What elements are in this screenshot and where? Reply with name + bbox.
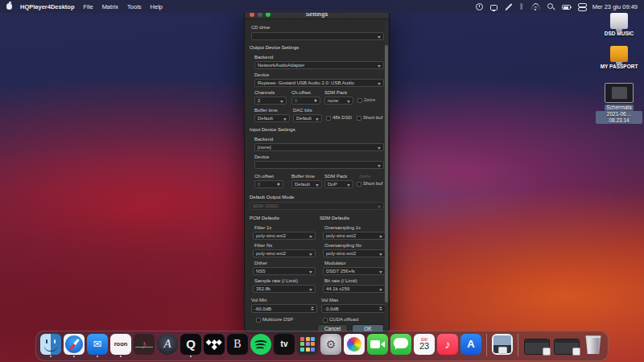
output-sdm-pack-select[interactable]: none <box>324 97 353 105</box>
app-store-icon: A <box>460 334 481 355</box>
channels-select[interactable]: 2 <box>254 97 287 105</box>
input-ch-offset-label: Ch.offset <box>254 174 274 179</box>
external-drive-icon <box>610 13 628 29</box>
display-icon[interactable] <box>490 5 497 10</box>
running-indicator <box>97 356 99 358</box>
output-backend-select[interactable]: NetworkAudioAdapter <box>254 61 384 69</box>
gear-icon: ⚙ <box>320 334 341 355</box>
settings-window: Settings CD drive Output Device Settings… <box>244 8 390 334</box>
dock: ✉ roon ♪ A Q B tv ⚙ giu23 ♪ A <box>35 331 609 362</box>
input-2wire-label: 2wire <box>359 174 370 179</box>
dac-bits-select[interactable]: Default <box>293 114 322 122</box>
output-ch-offset-stepper[interactable]: 0 <box>291 97 320 105</box>
apple-menu-icon[interactable] <box>6 3 12 10</box>
music-note-icon: ♪ <box>134 334 155 355</box>
output-short-buf-label: Short buf <box>363 115 382 120</box>
mail-icon: ✉ <box>87 334 108 355</box>
cd-drive-select[interactable] <box>251 32 384 40</box>
input-device-select[interactable] <box>254 161 384 169</box>
trash-icon <box>583 334 604 355</box>
pencil-icon[interactable] <box>505 3 512 10</box>
input-sdm-pack-select[interactable]: DoP <box>324 180 353 188</box>
dock-launchpad[interactable] <box>297 334 318 358</box>
48k-dsd-checkbox[interactable] <box>326 116 331 121</box>
dock-minimized-window-1[interactable] <box>523 339 551 358</box>
downloads-stack-icon <box>492 334 513 355</box>
dock-safari[interactable] <box>64 334 85 358</box>
output-section-header: Output Device Settings <box>250 45 299 50</box>
input-short-buf-checkbox[interactable] <box>357 182 361 187</box>
vol-max-stepper[interactable]: -3.0dB <box>321 304 386 313</box>
control-center-icon[interactable] <box>578 3 585 10</box>
photos-icon <box>344 334 365 355</box>
dither-select[interactable]: NS5 <box>253 267 316 275</box>
input-sdm-pack-label: SDM Pack <box>324 174 347 179</box>
desktop-icon-screenshot[interactable]: Schermata 2021-06…08.23.14 <box>596 83 642 124</box>
dock-calendar[interactable]: giu23 <box>414 334 435 358</box>
dock-music-app-b[interactable]: B <box>227 334 248 358</box>
menu-tools[interactable]: Tools <box>127 3 142 10</box>
dock-signalyst[interactable]: ♪ <box>134 334 155 358</box>
dock-spotify[interactable] <box>250 334 271 358</box>
dock-minimized-window-2[interactable] <box>553 339 580 358</box>
finder-icon <box>40 334 61 355</box>
dock-mail[interactable]: ✉ <box>87 334 108 358</box>
output-2wire-label: 2wire <box>364 97 375 102</box>
vol-min-label: Vol Min <box>251 298 267 302</box>
48k-dsd-label: 48k DSD <box>332 115 352 120</box>
spotlight-icon[interactable] <box>547 3 555 10</box>
calendar-icon: giu23 <box>414 334 435 355</box>
dock-app-store[interactable]: A <box>460 334 481 358</box>
modulator-select[interactable]: DSD7 256+fs <box>323 267 386 275</box>
menu-app-name[interactable]: HQPlayer4Desktop <box>20 3 75 10</box>
sample-rate-select[interactable]: 352.8k <box>253 285 316 293</box>
oversampling-1x-select[interactable]: poly-sinc-ext2 <box>323 232 386 240</box>
output-buffer-time-label: Buffer time <box>254 108 278 113</box>
output-2wire-checkbox[interactable] <box>357 98 362 103</box>
menu-matrix[interactable]: Matrix <box>102 3 118 10</box>
dock-audirvana[interactable]: A <box>157 334 178 358</box>
vol-min-stepper[interactable]: -60.0dB <box>251 304 317 313</box>
output-device-select[interactable]: Ropieee: Gustard USB Audio 2.0: USB Audi… <box>254 79 384 87</box>
dock-hqplayer[interactable]: Q <box>180 334 201 358</box>
dock-trash[interactable] <box>583 334 604 358</box>
bluetooth-icon[interactable]: ᛒ <box>519 3 523 10</box>
bit-rate-select[interactable]: 44.1k x256 <box>323 285 386 293</box>
dock-roon[interactable]: roon <box>110 334 131 358</box>
output-buffer-time-select[interactable]: Default <box>254 114 290 122</box>
dock-facetime[interactable] <box>367 334 388 358</box>
apple-tv-icon: tv <box>274 334 295 355</box>
input-backend-select[interactable]: [none] <box>254 143 384 151</box>
filter-nx-select[interactable]: poly-sinc-ext2 <box>253 249 316 257</box>
dock-tidal[interactable] <box>204 334 225 358</box>
input-ch-offset-stepper[interactable]: 0 <box>254 180 283 188</box>
oversampling-nx-select[interactable]: poly-sinc-ext2 <box>323 249 386 257</box>
multicore-dsp-checkbox[interactable] <box>256 318 261 323</box>
facetime-icon <box>367 334 388 355</box>
scrollbar-thumb[interactable] <box>385 45 388 302</box>
clock-icon[interactable] <box>476 3 483 10</box>
menu-help[interactable]: Help <box>151 3 163 10</box>
dock-downloads-stack[interactable] <box>492 334 513 358</box>
dock-photos[interactable] <box>344 334 365 358</box>
dock-music[interactable]: ♪ <box>437 334 458 358</box>
desktop-icon-my-passport[interactable]: MY PASSPORT <box>596 46 642 69</box>
filter-1x-select[interactable]: poly-sinc-ext2 <box>253 232 316 240</box>
cuda-offload-checkbox[interactable] <box>323 318 328 323</box>
output-short-buf-checkbox[interactable] <box>357 116 361 121</box>
menu-clock[interactable]: Mer 23 giu 09:49 <box>592 3 638 10</box>
dock-system-preferences[interactable]: ⚙ <box>320 334 341 358</box>
output-mode-header: Default Output Mode <box>250 195 294 200</box>
battery-icon[interactable] <box>562 5 571 10</box>
output-mode-select[interactable]: SDM (DSD) <box>250 202 384 210</box>
output-ch-offset-label: Ch.offset <box>291 90 311 95</box>
desktop-icon-dsd-music[interactable]: DSD MUSIC <box>596 13 642 36</box>
dock-messages[interactable] <box>390 334 411 358</box>
input-buffer-time-select[interactable]: Default <box>291 180 322 188</box>
input-section-header: Input Device Settings <box>250 127 295 132</box>
wifi-icon[interactable] <box>531 3 540 10</box>
dither-label: Dither <box>254 261 267 265</box>
dock-apple-tv[interactable]: tv <box>274 334 295 358</box>
dock-finder[interactable] <box>40 334 61 358</box>
menu-file[interactable]: File <box>84 3 93 10</box>
